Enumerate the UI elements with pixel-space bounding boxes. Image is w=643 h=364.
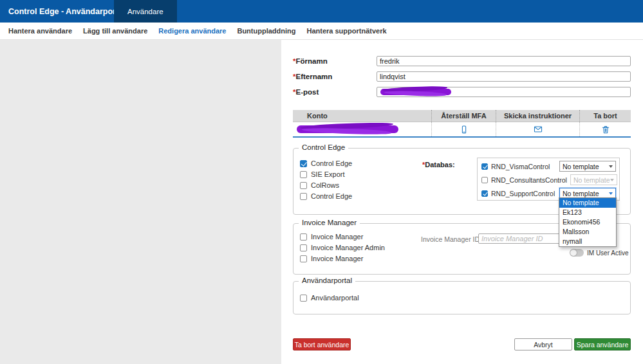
- save-user-button[interactable]: Spara användare: [574, 338, 631, 350]
- database-row-rnd-vismacontrol: RND_VismaControl No template: [481, 161, 616, 172]
- checkbox-label: SIE Export: [311, 170, 345, 178]
- nav-item-hantera-anvandare[interactable]: Hantera användare: [8, 27, 72, 35]
- database-label: RND_ConsultantsControl: [491, 176, 567, 184]
- account-table-row: [293, 122, 631, 136]
- database-row-rnd-consultantscontrol: RND_ConsultantsControl No template: [481, 174, 616, 185]
- checkbox-label: Control Edge: [311, 159, 352, 167]
- checkbox-label: ColRows: [311, 181, 339, 189]
- checkbox-box[interactable]: [300, 255, 307, 262]
- account-table-header-konto: Konto: [293, 110, 431, 122]
- fornamn-input[interactable]: [377, 56, 631, 66]
- database-checkbox[interactable]: [481, 163, 488, 170]
- top-bar: Control Edge - Användarportal Användare: [0, 0, 643, 23]
- account-table-header-skicka-instruktioner: Skicka instruktioner: [496, 110, 579, 122]
- toggle-knob: [570, 250, 577, 256]
- checkbox-box[interactable]: [300, 295, 307, 302]
- checkbox-box[interactable]: [300, 193, 307, 200]
- checkbox-label: Invoice Manager: [311, 233, 363, 241]
- template-select-rnd-consultantscontrol[interactable]: No template: [570, 174, 617, 185]
- database-list: RND_VismaControl No template RND_Consult…: [477, 158, 620, 201]
- dropdown-option-ekonomi456[interactable]: Ekonomi456: [559, 217, 616, 227]
- checkbox-box[interactable]: [300, 182, 307, 189]
- database-checkbox[interactable]: [481, 177, 488, 183]
- checkbox-row-control-edge[interactable]: Control Edge: [300, 159, 352, 167]
- database-checkbox[interactable]: [481, 190, 488, 197]
- nav-item-buntuppladdning[interactable]: Buntuppladdning: [237, 27, 295, 35]
- checkbox-box[interactable]: [300, 160, 307, 167]
- trash-icon: [601, 125, 610, 134]
- databas-label: *Databas:: [422, 161, 455, 168]
- im-user-active-toggle[interactable]: [570, 249, 584, 257]
- anvandarportal-legend: Användarportal: [299, 277, 355, 284]
- checkbox-box[interactable]: [300, 244, 307, 251]
- chevron-down-icon: [609, 165, 613, 168]
- efternamn-input[interactable]: [377, 71, 631, 82]
- select-value: No template: [573, 176, 610, 184]
- account-table-header-aterstall-mfa: Återställ MFA: [431, 110, 496, 122]
- efternamn-label: *Efternamn: [293, 73, 332, 80]
- invoice-manager-legend: Invoice Manager: [299, 219, 360, 226]
- checkbox-row-sie-export[interactable]: SIE Export: [300, 170, 345, 178]
- template-select-rnd-vismacontrol[interactable]: No template: [559, 161, 616, 172]
- epost-label: *E-post: [293, 88, 319, 96]
- checkbox-row-anvandarportal[interactable]: Användarportal: [300, 294, 359, 302]
- tab-anvandare[interactable]: Användare: [114, 0, 177, 23]
- mail-icon: [533, 125, 543, 134]
- checkbox-box[interactable]: [300, 171, 307, 178]
- email-redaction-scribble: [380, 89, 451, 95]
- checkbox-label: Control Edge: [311, 192, 352, 200]
- template-dropdown-list: No template Ek123 Ekonomi456 Mallsson ny…: [559, 197, 617, 247]
- database-label: RND_VismaControl: [491, 163, 550, 170]
- database-label: RND_SupportControl: [491, 190, 555, 197]
- chevron-down-icon: [610, 179, 614, 181]
- delete-user-button[interactable]: Ta bort användare: [293, 338, 351, 350]
- invoice-manager-id-label: Invoice Manager ID:: [421, 235, 481, 243]
- account-table-header-row: Konto Återställ MFA Skicka instruktioner…: [293, 110, 631, 122]
- reset-mfa-button[interactable]: [431, 122, 496, 136]
- checkbox-row-invoice-manager[interactable]: Invoice Manager: [300, 233, 363, 241]
- im-user-active-label: IM User Active: [587, 250, 628, 257]
- checkbox-label: Invoice Manager Admin: [311, 244, 385, 251]
- checkbox-row-control-edge-2[interactable]: Control Edge: [300, 192, 352, 200]
- checkbox-row-invoice-manager-admin[interactable]: Invoice Manager Admin: [300, 244, 385, 251]
- nav-item-redigera-anvandare[interactable]: Redigera användare: [158, 27, 226, 35]
- app-title: Control Edge - Användarportal: [8, 0, 126, 23]
- nav-item-lagg-till-anvandare[interactable]: Lägg till användare: [83, 27, 147, 35]
- send-instructions-button[interactable]: [496, 122, 579, 136]
- dropdown-option-nymall[interactable]: nymall: [559, 237, 616, 246]
- dropdown-option-ek123[interactable]: Ek123: [559, 208, 616, 217]
- account-table: Konto Återställ MFA Skicka instruktioner…: [293, 110, 631, 138]
- fornamn-label: *Förnamn: [293, 57, 328, 65]
- select-value: No template: [563, 190, 609, 197]
- cancel-button[interactable]: Avbryt: [514, 338, 572, 350]
- dropdown-option-no-template[interactable]: No template: [559, 198, 616, 208]
- checkbox-row-colrows[interactable]: ColRows: [300, 181, 339, 189]
- phone-icon: [460, 125, 469, 134]
- checkbox-row-invoice-manager-2[interactable]: Invoice Manager: [300, 255, 363, 262]
- checkbox-label: Användarportal: [311, 294, 359, 302]
- select-value: No template: [563, 163, 609, 170]
- secondary-nav: Hantera användare Lägg till användare Re…: [0, 23, 643, 40]
- dropdown-option-mallsson[interactable]: Mallsson: [559, 227, 616, 237]
- konto-redaction-scribble: [297, 125, 398, 133]
- delete-account-button[interactable]: [579, 122, 631, 136]
- form-panel: *Förnamn *Efternamn *E-post Konto Återst…: [281, 40, 643, 364]
- checkbox-label: Invoice Manager: [311, 255, 363, 262]
- anvandarportal-section: Användarportal Användarportal: [293, 281, 631, 314]
- checkbox-box[interactable]: [300, 233, 307, 241]
- chevron-down-icon: [609, 192, 613, 195]
- control-edge-legend: Control Edge: [299, 143, 348, 151]
- screen: Control Edge - Användarportal Användare …: [0, 0, 643, 364]
- account-table-header-ta-bort: Ta bort: [579, 110, 631, 122]
- nav-item-hantera-supportnatverk[interactable]: Hantera supportnätverk: [306, 27, 386, 35]
- konto-cell: [293, 122, 431, 136]
